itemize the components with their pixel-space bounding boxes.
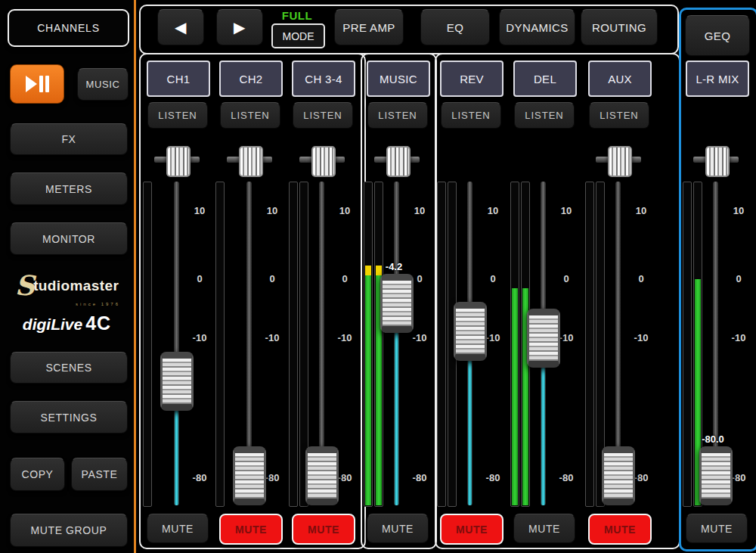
fader-scale-label: -10	[259, 332, 286, 343]
channel-select-button[interactable]: AUX	[588, 61, 652, 97]
listen-button[interactable]: LISTEN	[514, 102, 575, 129]
mute-button[interactable]: MUTE	[440, 514, 503, 545]
fader-value-label: -4.2	[371, 261, 417, 272]
fader-knob[interactable]	[602, 446, 635, 505]
fader-scale-label: -10	[331, 332, 358, 343]
fader-knob[interactable]	[380, 274, 414, 333]
fader-knob[interactable]	[305, 446, 339, 505]
fader-scale-label: 0	[259, 273, 286, 284]
level-meter	[437, 182, 446, 507]
mute-button[interactable]: MUTE	[219, 514, 283, 545]
strip-rev: REV LISTEN 100-10-80 MUTE	[435, 0, 505, 553]
channels-button[interactable]: CHANNELS	[8, 9, 129, 47]
fader-knob[interactable]	[527, 309, 560, 368]
fader-scale-label: 10	[331, 205, 358, 216]
pan-knob[interactable]	[239, 146, 263, 177]
listen-button[interactable]: LISTEN	[589, 102, 649, 129]
model-name: digiLive	[23, 315, 82, 333]
fader-scale-label: 10	[553, 205, 580, 216]
fader-scale-label: 10	[479, 205, 507, 216]
pan-knob[interactable]	[166, 146, 191, 177]
fader-value-label: -80.0	[690, 433, 736, 445]
model-version: 4C	[85, 312, 111, 334]
fader-scale-label: -10	[627, 332, 655, 343]
fader-scale-label: -80	[553, 472, 580, 483]
sidebar: CHANNELS MUSIC FX METERS MONITOR Studiom…	[0, 0, 134, 553]
fader-scale-label: -80	[186, 472, 213, 483]
scenes-button[interactable]: SCENES	[10, 352, 128, 384]
model-logo: digiLive4C	[0, 312, 134, 334]
music-player-button[interactable]: MUSIC	[77, 68, 129, 101]
paste-button[interactable]: PASTE	[71, 458, 128, 491]
fx-button[interactable]: FX	[10, 123, 128, 155]
level-meter	[683, 182, 692, 507]
meter-peak-segment	[365, 266, 371, 275]
fader-scale-label: 10	[186, 205, 213, 216]
fader-scale-label: 10	[406, 205, 433, 216]
mute-button[interactable]: MUTE	[513, 514, 575, 543]
channel-select-button[interactable]: REV	[440, 61, 503, 97]
fader-knob[interactable]	[160, 352, 194, 411]
channel-select-button[interactable]: L-R MIX	[686, 61, 749, 97]
level-meter	[289, 182, 298, 507]
sidebar-divider	[134, 0, 136, 553]
pan-knob[interactable]	[311, 146, 336, 177]
listen-button[interactable]: LISTEN	[367, 102, 428, 129]
listen-button[interactable]: LISTEN	[441, 102, 501, 129]
mute-button[interactable]: MUTE	[686, 514, 748, 543]
pan-knob[interactable]	[386, 146, 411, 177]
monitor-button[interactable]: MONITOR	[10, 222, 128, 255]
level-meter	[510, 182, 519, 507]
channel-select-button[interactable]: CH1	[147, 61, 210, 97]
fader-scale-label: -80	[479, 472, 507, 483]
channel-select-button[interactable]: MUSIC	[367, 61, 430, 97]
strip-ch2: CH2 LISTEN 100-10-80 MUTE	[215, 0, 284, 553]
strip-lrmix: L-R MIX 100-10-80 -80.0 MUTE	[681, 0, 751, 553]
channel-select-button[interactable]: CH2	[219, 61, 283, 97]
play-pause-icon	[45, 76, 49, 92]
strip-aux: AUX LISTEN 100-10-80 MUTE	[584, 0, 653, 553]
listen-button[interactable]: LISTEN	[147, 102, 208, 129]
pan-knob[interactable]	[608, 146, 632, 177]
pan-knob[interactable]	[705, 146, 730, 177]
fader-scale-label: -10	[725, 332, 752, 343]
fader-sub-track	[395, 331, 398, 505]
brand-logo: Studiomaster since 1976 digiLive4C	[0, 269, 134, 334]
fader-knob[interactable]	[454, 302, 487, 361]
copy-button[interactable]: COPY	[10, 458, 65, 491]
fader-sub-track	[541, 366, 545, 505]
mute-button[interactable]: MUTE	[367, 514, 429, 543]
fader-scale-label: 10	[259, 205, 286, 216]
fader-knob[interactable]	[699, 446, 733, 505]
listen-button[interactable]: LISTEN	[293, 102, 353, 129]
fader-scale-label: 10	[725, 205, 752, 216]
fader-scale-label: 10	[627, 205, 655, 216]
mute-button[interactable]: MUTE	[588, 514, 652, 545]
channel-select-button[interactable]: DEL	[513, 61, 577, 97]
level-meter	[143, 182, 152, 507]
level-meter	[364, 182, 373, 507]
fader-scale-label: -80	[406, 472, 433, 483]
level-meter-fill	[365, 266, 371, 505]
mute-button[interactable]: MUTE	[147, 514, 209, 543]
listen-button[interactable]: LISTEN	[220, 102, 280, 129]
play-pause-button[interactable]	[10, 64, 64, 104]
fader-scale-label: 0	[553, 273, 580, 284]
mute-button[interactable]: MUTE	[292, 514, 355, 545]
mute-group-button[interactable]: MUTE GROUP	[10, 514, 128, 547]
brand-logo-s: S	[15, 269, 35, 301]
level-meter-fill	[512, 288, 518, 505]
fader-scale-label: -10	[406, 332, 433, 343]
meters-button[interactable]: METERS	[10, 172, 128, 205]
fader-scale-label: 0	[186, 273, 213, 284]
fader-scale-label: 0	[479, 273, 507, 284]
level-meter	[374, 182, 383, 507]
settings-button[interactable]: SETTINGS	[10, 401, 128, 433]
fader-sub-track	[175, 409, 178, 505]
strip-ch1: CH1 LISTEN 100-10-80 MUTE	[142, 0, 212, 553]
strip-music: MUSIC LISTEN 100-10-80 -4.2 MUTE	[362, 0, 432, 553]
fader-scale-label: 0	[725, 273, 752, 284]
channel-select-button[interactable]: CH 3-4	[292, 61, 355, 97]
fader-knob[interactable]	[233, 446, 266, 505]
play-pause-icon	[39, 76, 43, 92]
